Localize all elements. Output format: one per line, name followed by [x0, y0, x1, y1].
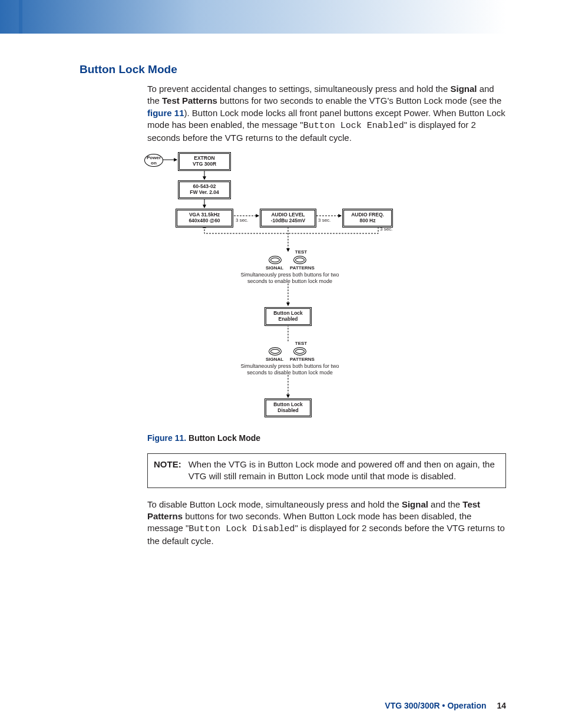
- text: AUDIO FREQ.: [351, 212, 384, 218]
- text: Enabled: [278, 316, 297, 322]
- testpatterns-label: Test Patterns: [162, 95, 217, 106]
- text: EXTRON: [194, 155, 214, 161]
- lcd-box-fw: 60-543-02 FW Ver. 2.04: [178, 180, 231, 199]
- text: To disable Button Lock mode, simultaneou…: [147, 499, 402, 509]
- text: 60-543-02: [193, 183, 216, 189]
- text: Button Lock: [273, 401, 303, 407]
- figure-caption: Figure 11. Button Lock Mode: [147, 433, 506, 444]
- delay-label: 3 sec.: [318, 218, 330, 224]
- text: buttons for two seconds to enable the VT…: [217, 95, 501, 106]
- signal-label: SIGNAL: [263, 265, 286, 272]
- text: FW Ver. 2.04: [190, 189, 219, 195]
- text: 640x480 @60: [189, 218, 220, 223]
- outro-paragraph: To disable Button Lock mode, simultaneou…: [147, 499, 506, 548]
- text: 800 Hz: [360, 218, 376, 223]
- enable-caption: Simultaneously press both buttons for tw…: [237, 272, 343, 285]
- text: VGA 31.5kHz: [189, 212, 220, 218]
- footer-page-number: 14: [497, 701, 506, 710]
- header-accent: [19, 0, 22, 34]
- text: and the: [428, 499, 462, 509]
- patterns-label: PATTERNS: [289, 357, 316, 363]
- test-label: TEST: [292, 341, 310, 347]
- lcd-box-extron: EXTRON VTG 300R: [178, 152, 231, 171]
- lcd-box-enabled: Button Lock Enabled: [265, 307, 312, 326]
- lcd-message: Button Lock Enabled: [303, 121, 404, 131]
- section-heading: Button Lock Mode: [80, 63, 506, 76]
- header-gradient: [0, 0, 562, 34]
- text: AUDIO LEVEL: [271, 212, 305, 218]
- lcd-message: Button Lock Disabled: [189, 524, 295, 534]
- figure-reference-link[interactable]: figure 11: [147, 108, 184, 118]
- button-lock-diagram: Power on EXTRON VTG 300R 60-543-02 FW Ve…: [143, 151, 437, 428]
- text: Disabled: [277, 407, 298, 413]
- lcd-box-freq: AUDIO FREQ. 800 Hz: [342, 209, 393, 228]
- note-box: NOTE: When the VTG is in Button Lock mod…: [147, 453, 506, 488]
- signal-label: Signal: [402, 499, 428, 509]
- note-label: NOTE:: [154, 459, 181, 483]
- signal-label: SIGNAL: [263, 357, 286, 363]
- text: To prevent accidental changes to setting…: [147, 84, 450, 94]
- text: -10dBu 245mV: [271, 218, 306, 223]
- footer-product: VTG 300/300R • Operation: [385, 701, 486, 710]
- delay-label: 3 sec.: [236, 218, 248, 224]
- lcd-box-vga: VGA 31.5kHz 640x480 @60: [176, 209, 233, 228]
- figure-title: Button Lock Mode: [189, 433, 260, 443]
- intro-paragraph: To prevent accidental changes to setting…: [147, 83, 506, 144]
- delay-label: 3 sec.: [380, 226, 392, 233]
- lcd-box-disabled: Button Lock Disabled: [265, 398, 312, 417]
- test-label: TEST: [292, 249, 310, 256]
- signal-label: Signal: [450, 84, 477, 94]
- lcd-box-level: AUDIO LEVEL -10dBu 245mV: [260, 209, 316, 228]
- page-footer: VTG 300/300R • Operation 14: [385, 701, 506, 710]
- text: Button Lock: [273, 310, 303, 316]
- patterns-label: PATTERNS: [289, 265, 316, 272]
- text: VTG 300R: [193, 161, 216, 167]
- disable-caption: Simultaneously press both buttons for tw…: [237, 363, 343, 376]
- figure-number: Figure 11.: [147, 433, 186, 443]
- note-text: When the VTG is in Button Lock mode and …: [189, 459, 500, 483]
